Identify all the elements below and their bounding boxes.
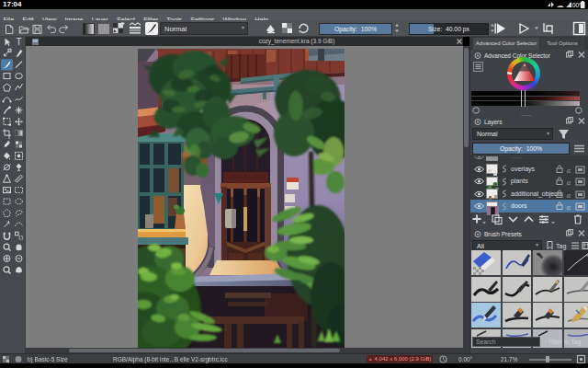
svg-text:Tag: Tag xyxy=(556,243,566,250)
svg-text:T: T xyxy=(17,37,22,47)
svg-text:a: a xyxy=(567,203,571,212)
svg-text:a: a xyxy=(567,190,571,199)
svg-text:a: a xyxy=(567,178,571,187)
svg-text:a: a xyxy=(567,166,571,174)
